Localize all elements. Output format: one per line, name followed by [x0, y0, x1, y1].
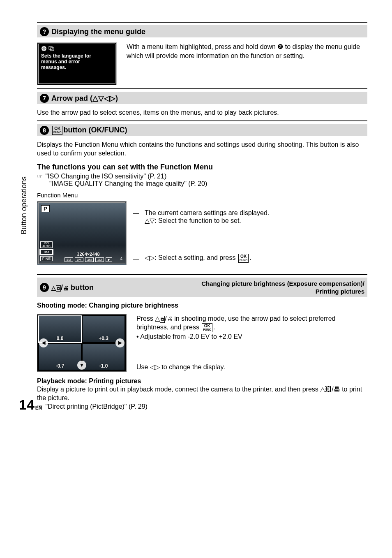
print-icon: [63, 283, 69, 292]
section-number-8: 8: [40, 126, 49, 135]
ev-display-line: Use ◁▷ to change the display.: [136, 363, 367, 372]
function-menu-lcd: P ISO AUTO 8M FINE 3264×2448 8M 5M 3M 2M…: [37, 201, 127, 265]
ok-func-paragraph: Displays the Function Menu which contain…: [37, 140, 367, 158]
ev-right-arrow-icon: ▶: [115, 338, 125, 347]
ev-lcd: ⧉ OK 0.0 +0.3 -0.7 -1.0 ◀ ▶ ▼: [37, 314, 127, 372]
top-rule: [37, 22, 367, 23]
shooting-mode-head: Shooting mode: Changing picture brightne…: [37, 302, 367, 309]
connector-line-top: [133, 213, 139, 214]
lang-tooltip-line2: menus and error: [41, 59, 113, 65]
section-title-arrow-pad: Arrow pad (△▽◁▷): [51, 94, 118, 103]
exposure-icon: ⧉: [56, 285, 61, 292]
cards-icon: [48, 46, 55, 51]
ev-left-arrow-icon: ◀: [39, 338, 48, 347]
help-icon: ?: [40, 27, 49, 36]
ev-down-arrow-icon: ▼: [77, 361, 86, 370]
section-bar-menu-guide: ? Displaying the menu guide: [37, 25, 367, 37]
section-number-7: 7: [40, 94, 49, 103]
section-title-ev-button: △⧉/ button: [51, 283, 94, 292]
func-expl-top1: The current camera settings are displaye…: [145, 209, 367, 217]
side-tab-label: Button operations: [20, 176, 28, 234]
exposure-icon-inline: ⧉: [160, 316, 165, 323]
thumb-more-icon: ▶: [106, 257, 112, 262]
ok-func-key-inline2-icon: OKFUNC: [202, 323, 212, 332]
frac-label: 4: [120, 257, 122, 261]
ev-shooting-paragraph: Press △⧉/ in shooting mode, use the arro…: [136, 314, 367, 341]
playback-mode-head: Playback mode: Printing pictures: [37, 377, 367, 385]
func-ref-line1: ☞ "ISO Changing the ISO sensitivity" (P.…: [37, 172, 367, 180]
hand-icon: ☞: [37, 173, 43, 180]
page-number: 14EN: [19, 397, 42, 413]
section-title-menu-guide: Displaying the menu guide: [51, 28, 145, 36]
func-ref-line2: "IMAGE QUALITY Changing the image qualit…: [49, 180, 367, 188]
thumb-3m: 3M: [85, 257, 94, 262]
lang-tooltip-line1: Sets the language for: [41, 53, 113, 59]
arrow-pad-paragraph: Use the arrow pad to select scenes, item…: [37, 108, 367, 117]
iso-chip: ISO AUTO: [40, 241, 53, 248]
resolution-label: 3264×2448: [53, 252, 123, 257]
lang-tooltip-line3: messages.: [41, 65, 113, 70]
playback-mode-paragraph: Display a picture to print out in playba…: [37, 385, 367, 403]
mode-p-badge: P: [41, 205, 50, 212]
thumb-2m: 2M: [95, 257, 104, 262]
section-bar-ok-func: 8 OK FUNC button (OK/FUNC): [37, 124, 367, 136]
section-bar-arrow-pad: 7 Arrow pad (△▽◁▷): [37, 92, 367, 104]
thumb-5m: 5M: [75, 257, 83, 262]
section-title-ok-func: button (OK/FUNC): [63, 126, 127, 134]
func-menu-subhead: The functions you can set with the Funct…: [37, 163, 367, 171]
up-triangle-icon: △: [51, 285, 56, 291]
size-chip: 8M: [40, 250, 53, 255]
playback-ref-line: ☞ "Direct printing (PictBridge)" (P. 29): [37, 403, 367, 410]
section-number-9: 9: [40, 283, 49, 292]
ev-cell-br: -1.0: [83, 344, 125, 370]
ev-cell-bl: -0.7: [39, 344, 81, 370]
section-title-ev-right: Changing picture brightness (Exposure co…: [201, 280, 364, 296]
globe-icon: [41, 46, 47, 51]
section-bar-ev-button: 9 △⧉/ button Changing picture brightness…: [37, 278, 367, 297]
ok-func-key-inline-icon: OKFUNC: [238, 254, 249, 263]
func-expl-top2: △▽: Select the function to be set.: [145, 217, 367, 225]
func-expl-bottom: ◁▷: Select a setting, and press OKFUNC.: [145, 254, 367, 263]
ev-cell-tl: 0.0: [39, 316, 81, 342]
print-icon-inline: [167, 315, 173, 322]
ok-func-key-icon: OK FUNC: [52, 126, 62, 135]
menu-guide-paragraph: With a menu item highlighted, press and …: [127, 42, 367, 60]
fine-chip: FINE: [40, 256, 53, 261]
function-menu-label: Function Menu: [37, 192, 367, 199]
connector-line-bottom: [133, 259, 139, 259]
thumb-8m: 8M: [65, 257, 73, 262]
lang-tooltip-box: Sets the language for menus and error me…: [37, 42, 117, 85]
